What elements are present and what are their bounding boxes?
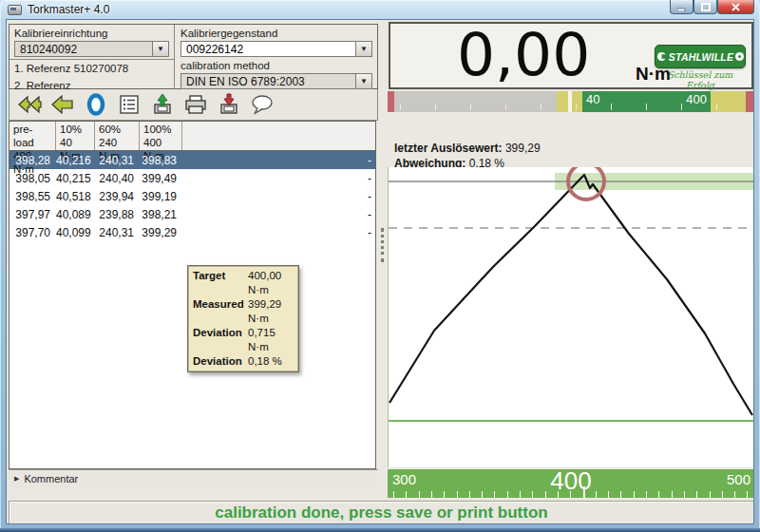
- table-row[interactable]: 397,7040,099240,31399,29-: [10, 223, 375, 241]
- axis-tick: [570, 491, 571, 498]
- maximize-button[interactable]: [694, 0, 717, 14]
- axis-tick: [684, 491, 685, 498]
- gauge-tick: [435, 104, 436, 110]
- table-cell: 240,31: [95, 226, 140, 239]
- gauge-tick: [505, 104, 506, 110]
- torque-trace-chart: [388, 167, 754, 467]
- axis-tick: [507, 491, 508, 498]
- axis-tick: [406, 491, 407, 498]
- expander-arrow-icon: ▶: [14, 475, 19, 483]
- torque-value: 0,00: [457, 20, 590, 89]
- brand-text: STAHLWILLE: [669, 51, 733, 63]
- table-cell: 397,97: [10, 208, 56, 221]
- table-cell: 240,31: [95, 154, 140, 167]
- table-row[interactable]: 397,9740,089239,88398,21-: [10, 205, 375, 223]
- method-combobox[interactable]: DIN EN ISO 6789:2003 ▼: [180, 73, 372, 89]
- tooltip-row: Deviation0,18 %: [193, 354, 294, 369]
- table-cell-flag: -: [182, 190, 375, 203]
- axis-tick: [672, 491, 673, 498]
- brand-tagline: Schlüssel zum Erfolg: [655, 69, 746, 90]
- gauge-tick: [576, 104, 577, 110]
- window-title: Torkmaster+ 4.0: [28, 3, 109, 16]
- column-header: 60%240 N·m: [95, 122, 140, 150]
- chevron-down-icon[interactable]: ▼: [152, 42, 168, 56]
- gauge-segment-gray: [394, 91, 557, 112]
- last-release-label: letzter Auslösewert:: [394, 142, 503, 155]
- wrench-icon: [656, 51, 667, 62]
- save-icon[interactable]: [217, 92, 241, 117]
- table-cell: 240,40: [95, 172, 140, 185]
- ring-icon: [735, 52, 744, 61]
- table-cell: 40,089: [56, 208, 95, 221]
- table-cell-flag: -: [182, 154, 375, 167]
- table-cell: 239,94: [95, 190, 140, 203]
- toolbar: [9, 89, 378, 121]
- panel-splitter[interactable]: [378, 20, 387, 469]
- axis-label-500: 500: [727, 471, 750, 487]
- table-cell: 239,88: [95, 208, 140, 221]
- client-area: Kalibriereinrichtung 810240092 ▼ 1. Refe…: [6, 19, 754, 524]
- column-header: 100%400 N·m: [140, 122, 182, 150]
- device-combobox[interactable]: 810240092 ▼: [14, 41, 169, 57]
- stahlwille-logo: STAHLWILLE Schlüssel zum Erfolg: [655, 45, 746, 90]
- gauge-segment-red-high: [746, 91, 754, 112]
- table-cell: 397,70: [10, 226, 56, 239]
- comment-expander[interactable]: ▶ Kommentar: [9, 469, 378, 487]
- axis-tick: [558, 491, 559, 498]
- device-label: Kalibriereinrichtung: [14, 28, 169, 39]
- tooltip-row: Deviation0,715 N·m: [193, 326, 294, 354]
- axis-tick: [596, 491, 597, 498]
- axis-tick: [444, 491, 445, 498]
- app-icon: [8, 5, 22, 15]
- table-cell: 40,216: [56, 154, 95, 167]
- torque-display: 0,00 N·m STAHLWILLE Schlüssel zum Erfolg: [389, 22, 753, 89]
- list-icon[interactable]: [117, 92, 142, 117]
- table-cell: 40,518: [56, 190, 95, 203]
- gauge-tick: [470, 104, 471, 110]
- table-cell: 398,28: [10, 154, 56, 167]
- axis-tick: [608, 491, 609, 498]
- back-icon[interactable]: [50, 92, 75, 117]
- method-value: DIN EN ISO 6789:2003: [186, 75, 305, 88]
- rewind-icon[interactable]: [17, 92, 42, 117]
- axis-tick: [658, 491, 659, 498]
- table-cell: 398,05: [10, 172, 56, 185]
- axis-tick: [747, 491, 748, 498]
- chart-x-axis: 300 400 500: [388, 469, 754, 498]
- print-icon[interactable]: [183, 92, 208, 117]
- axis-label-300: 300: [392, 471, 416, 487]
- chevron-down-icon[interactable]: ▼: [355, 74, 371, 88]
- axis-tick: [431, 491, 432, 498]
- axis-tick: [545, 491, 546, 498]
- status-bar: calibration done, press save or print bu…: [9, 501, 754, 524]
- status-message: calibration done, press save or print bu…: [215, 504, 547, 522]
- axis-tick: [482, 491, 483, 498]
- measurement-tooltip: Target400,00 N·mMeasured399,29 N·mDeviat…: [187, 265, 299, 372]
- axis-tick: [393, 491, 394, 498]
- axis-tick: [469, 491, 470, 498]
- close-button[interactable]: [717, 0, 754, 14]
- axis-tick: [457, 491, 458, 498]
- gauge-segment-yellow-low2: [572, 91, 582, 112]
- gauge-segment-red-low: [388, 91, 394, 112]
- table-cell-flag: -: [182, 172, 375, 185]
- reference1-line: 1. Referenz 510270078: [14, 63, 169, 74]
- record-icon[interactable]: [84, 92, 108, 117]
- chevron-down-icon[interactable]: ▼: [355, 42, 371, 56]
- gauge-labels: 40 400: [582, 92, 711, 106]
- object-label: Kalibriergegenstand: [180, 28, 372, 39]
- axis-tick: [646, 491, 647, 498]
- table-row[interactable]: 398,0540,215240,40399,49-: [10, 169, 375, 187]
- gauge-tick: [400, 104, 401, 110]
- export-icon[interactable]: [150, 92, 175, 117]
- object-input[interactable]: [186, 43, 352, 56]
- minimize-button[interactable]: [670, 0, 694, 14]
- gauge-label-low: 40: [586, 92, 599, 106]
- comment-icon[interactable]: [250, 92, 275, 117]
- axis-tick: [520, 491, 521, 498]
- object-combobox[interactable]: ▼: [180, 41, 372, 57]
- axis-tick: [583, 486, 585, 498]
- table-header-row: pre-load400 N·m10%40 N·m60%240 N·m100%40…: [10, 122, 375, 151]
- table-row[interactable]: 398,2840,216240,31398,83-: [10, 151, 375, 169]
- table-row[interactable]: 398,5540,518239,94399,19-: [10, 187, 375, 205]
